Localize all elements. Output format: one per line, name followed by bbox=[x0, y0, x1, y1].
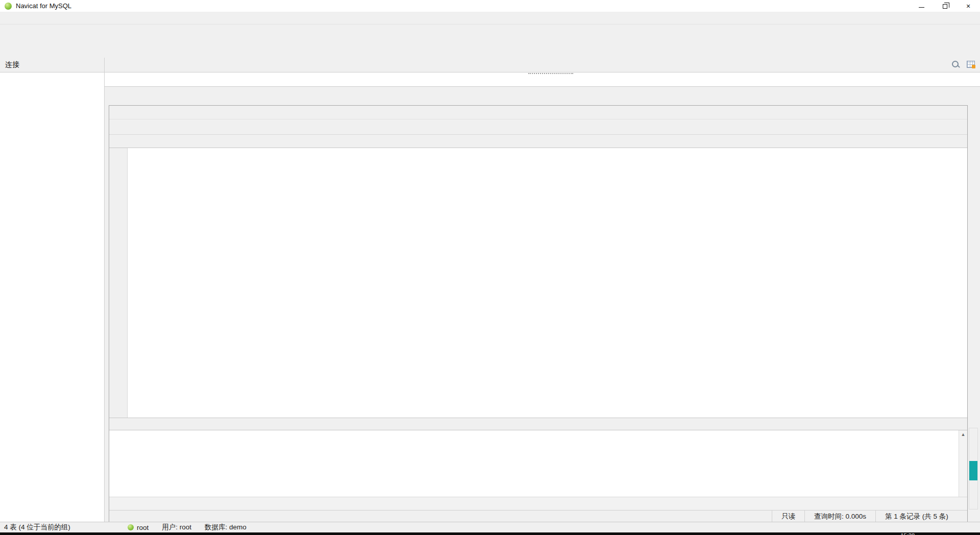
edge-scrollbar[interactable] bbox=[969, 428, 978, 509]
sidebar-header: 连接 bbox=[0, 60, 105, 69]
query-time-status: 查询时间: 0.000s bbox=[804, 510, 875, 522]
restore-icon bbox=[943, 4, 947, 9]
connection-status-icon bbox=[128, 524, 134, 530]
navicat-window: Navicat for MySQL × 连接 bbox=[0, 0, 980, 535]
menu-bar bbox=[0, 12, 980, 25]
app-status-bar: 4 表 (4 位于当前的组) root 用户: root 数据库: demo bbox=[0, 522, 980, 532]
result-grid[interactable]: ▲ bbox=[109, 430, 967, 497]
record-count-status: 第 1 条记录 (共 5 条) bbox=[875, 510, 967, 522]
navicat-logo-icon bbox=[5, 3, 12, 10]
title-bar: Navicat for MySQL × bbox=[0, 0, 980, 12]
result-tabs bbox=[109, 418, 967, 430]
status-database: 数据库: demo bbox=[205, 523, 247, 532]
sub-toolbar-row: 连接 bbox=[0, 58, 980, 72]
status-user: 用户: root bbox=[162, 523, 191, 532]
query-toolbar bbox=[109, 119, 967, 135]
restore-button[interactable] bbox=[933, 0, 957, 12]
query-menu-bar bbox=[109, 106, 967, 119]
grid-vertical-scrollbar[interactable]: ▲ bbox=[959, 430, 967, 497]
mdi-area: ▲ 只读 查询时间: 0.000s 第 1 条记录 (共 5 条) bbox=[105, 87, 980, 522]
query-editor-tabs bbox=[109, 135, 967, 148]
line-number-gutter bbox=[109, 148, 128, 418]
main-toolbar bbox=[0, 25, 980, 58]
taskbar-strip: 15:28 bbox=[0, 532, 980, 535]
search-icon[interactable] bbox=[951, 60, 960, 68]
sql-code-area[interactable] bbox=[128, 148, 967, 418]
sql-editor[interactable] bbox=[109, 148, 967, 418]
readonly-status: 只读 bbox=[772, 510, 804, 522]
minimize-button[interactable] bbox=[910, 0, 933, 12]
object-count-status: 4 表 (4 位于当前的组) bbox=[0, 523, 128, 532]
view-options-icon[interactable] bbox=[967, 61, 975, 68]
connection-tree bbox=[0, 72, 105, 522]
subrow-right-icons bbox=[951, 60, 975, 68]
status-connection: root bbox=[137, 524, 149, 531]
close-button[interactable]: × bbox=[957, 0, 980, 12]
window-controls: × bbox=[910, 0, 980, 12]
query-window: ▲ 只读 查询时间: 0.000s 第 1 条记录 (共 5 条) bbox=[109, 105, 968, 522]
edge-scrollbar-thumb[interactable] bbox=[969, 461, 977, 480]
tab-scroll-handle[interactable] bbox=[528, 73, 573, 74]
window-title: Navicat for MySQL bbox=[16, 2, 71, 10]
taskbar-clock: 15:28 bbox=[900, 532, 915, 535]
object-tab-bar bbox=[105, 72, 980, 87]
query-status-row: 只读 查询时间: 0.000s 第 1 条记录 (共 5 条) bbox=[109, 510, 967, 522]
record-navigation-bar bbox=[109, 497, 967, 510]
minimize-icon bbox=[919, 7, 924, 8]
